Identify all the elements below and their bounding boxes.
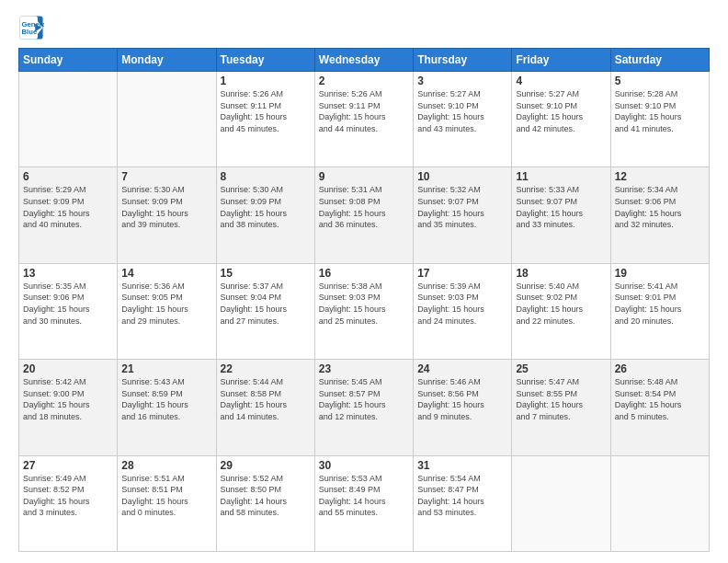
day-number: 26 [615,362,705,375]
day-number: 31 [417,459,507,472]
calendar-cell: 23Sunrise: 5:45 AM Sunset: 8:57 PM Dayli… [314,360,413,455]
calendar-cell: 26Sunrise: 5:48 AM Sunset: 8:54 PM Dayli… [610,360,709,455]
day-info: Sunrise: 5:27 AM Sunset: 9:10 PM Dayligh… [417,88,507,134]
logo: General Blue [18,15,44,40]
calendar-cell: 21Sunrise: 5:43 AM Sunset: 8:59 PM Dayli… [118,360,216,455]
day-number: 18 [516,267,606,280]
weekday-header-tuesday: Tuesday [216,49,314,72]
calendar-cell: 3Sunrise: 5:27 AM Sunset: 9:10 PM Daylig… [414,72,512,167]
day-number: 2 [319,75,409,87]
day-number: 17 [417,267,507,280]
calendar-cell: 30Sunrise: 5:53 AM Sunset: 8:49 PM Dayli… [314,455,413,551]
day-number: 6 [23,170,113,183]
calendar-cell: 16Sunrise: 5:38 AM Sunset: 9:03 PM Dayli… [314,263,413,359]
calendar-table: SundayMondayTuesdayWednesdayThursdayFrid… [18,48,710,552]
day-number: 21 [121,362,211,375]
calendar-cell: 19Sunrise: 5:41 AM Sunset: 9:01 PM Dayli… [610,263,709,359]
day-info: Sunrise: 5:36 AM Sunset: 9:05 PM Dayligh… [121,281,211,327]
calendar-cell: 9Sunrise: 5:31 AM Sunset: 9:08 PM Daylig… [314,167,413,263]
day-number: 23 [319,362,409,375]
weekday-header-friday: Friday [512,49,610,72]
day-number: 11 [516,170,606,183]
calendar-cell [610,455,709,551]
calendar-cell: 5Sunrise: 5:28 AM Sunset: 9:10 PM Daylig… [610,72,709,167]
calendar-cell [19,72,118,167]
day-info: Sunrise: 5:31 AM Sunset: 9:08 PM Dayligh… [319,184,409,230]
day-number: 14 [121,267,211,280]
page: General Blue SundayMondayTuesdayWednesda… [0,0,728,563]
logo-icon: General Blue [18,15,44,40]
day-number: 9 [319,170,409,183]
weekday-header-wednesday: Wednesday [314,49,413,72]
calendar-cell: 11Sunrise: 5:33 AM Sunset: 9:07 PM Dayli… [512,167,610,263]
day-info: Sunrise: 5:54 AM Sunset: 8:47 PM Dayligh… [417,473,507,519]
day-number: 29 [221,459,311,472]
day-info: Sunrise: 5:33 AM Sunset: 9:07 PM Dayligh… [516,184,606,230]
day-info: Sunrise: 5:43 AM Sunset: 8:59 PM Dayligh… [121,376,211,422]
calendar-cell: 28Sunrise: 5:51 AM Sunset: 8:51 PM Dayli… [118,455,216,551]
day-info: Sunrise: 5:35 AM Sunset: 9:06 PM Dayligh… [23,281,113,327]
weekday-header-thursday: Thursday [414,49,512,72]
calendar-cell: 27Sunrise: 5:49 AM Sunset: 8:52 PM Dayli… [19,455,118,551]
weekday-header-saturday: Saturday [610,49,709,72]
day-info: Sunrise: 5:53 AM Sunset: 8:49 PM Dayligh… [319,473,409,519]
calendar-cell: 14Sunrise: 5:36 AM Sunset: 9:05 PM Dayli… [118,263,216,359]
calendar-cell: 7Sunrise: 5:30 AM Sunset: 9:09 PM Daylig… [118,167,216,263]
day-info: Sunrise: 5:30 AM Sunset: 9:09 PM Dayligh… [221,184,311,230]
calendar-cell: 1Sunrise: 5:26 AM Sunset: 9:11 PM Daylig… [216,72,314,167]
day-info: Sunrise: 5:47 AM Sunset: 8:55 PM Dayligh… [516,376,606,422]
day-number: 4 [516,75,606,87]
calendar-cell: 20Sunrise: 5:42 AM Sunset: 9:00 PM Dayli… [19,360,118,455]
calendar-week-row: 1Sunrise: 5:26 AM Sunset: 9:11 PM Daylig… [19,72,710,167]
day-number: 20 [23,362,113,375]
calendar-cell: 22Sunrise: 5:44 AM Sunset: 8:58 PM Dayli… [216,360,314,455]
calendar-cell [512,455,610,551]
day-number: 8 [221,170,311,183]
day-number: 12 [615,170,705,183]
day-number: 27 [23,459,113,472]
calendar-week-row: 27Sunrise: 5:49 AM Sunset: 8:52 PM Dayli… [19,455,710,551]
calendar-cell: 29Sunrise: 5:52 AM Sunset: 8:50 PM Dayli… [216,455,314,551]
day-info: Sunrise: 5:37 AM Sunset: 9:04 PM Dayligh… [221,281,311,327]
day-number: 16 [319,267,409,280]
calendar-cell: 13Sunrise: 5:35 AM Sunset: 9:06 PM Dayli… [19,263,118,359]
header: General Blue [18,15,710,40]
day-info: Sunrise: 5:29 AM Sunset: 9:09 PM Dayligh… [23,184,113,230]
calendar-week-row: 6Sunrise: 5:29 AM Sunset: 9:09 PM Daylig… [19,167,710,263]
day-number: 10 [417,170,507,183]
day-number: 19 [615,267,705,280]
day-number: 22 [221,362,311,375]
day-info: Sunrise: 5:38 AM Sunset: 9:03 PM Dayligh… [319,281,409,327]
day-number: 3 [417,75,507,87]
day-number: 5 [615,75,705,87]
calendar-week-row: 20Sunrise: 5:42 AM Sunset: 9:00 PM Dayli… [19,360,710,455]
calendar-cell: 12Sunrise: 5:34 AM Sunset: 9:06 PM Dayli… [610,167,709,263]
day-info: Sunrise: 5:52 AM Sunset: 8:50 PM Dayligh… [221,473,311,519]
weekday-header-row: SundayMondayTuesdayWednesdayThursdayFrid… [19,49,710,72]
weekday-header-sunday: Sunday [19,49,118,72]
day-info: Sunrise: 5:28 AM Sunset: 9:10 PM Dayligh… [615,88,705,134]
svg-text:General: General [22,20,45,29]
calendar-cell: 4Sunrise: 5:27 AM Sunset: 9:10 PM Daylig… [512,72,610,167]
weekday-header-monday: Monday [118,49,216,72]
day-info: Sunrise: 5:41 AM Sunset: 9:01 PM Dayligh… [615,281,705,327]
day-info: Sunrise: 5:39 AM Sunset: 9:03 PM Dayligh… [417,281,507,327]
day-info: Sunrise: 5:42 AM Sunset: 9:00 PM Dayligh… [23,376,113,422]
calendar-week-row: 13Sunrise: 5:35 AM Sunset: 9:06 PM Dayli… [19,263,710,359]
calendar-cell: 18Sunrise: 5:40 AM Sunset: 9:02 PM Dayli… [512,263,610,359]
day-info: Sunrise: 5:44 AM Sunset: 8:58 PM Dayligh… [221,376,311,422]
calendar-cell: 8Sunrise: 5:30 AM Sunset: 9:09 PM Daylig… [216,167,314,263]
day-info: Sunrise: 5:40 AM Sunset: 9:02 PM Dayligh… [516,281,606,327]
calendar-cell: 17Sunrise: 5:39 AM Sunset: 9:03 PM Dayli… [414,263,512,359]
calendar-cell: 24Sunrise: 5:46 AM Sunset: 8:56 PM Dayli… [414,360,512,455]
day-number: 28 [121,459,211,472]
calendar-cell: 6Sunrise: 5:29 AM Sunset: 9:09 PM Daylig… [19,167,118,263]
calendar-cell [118,72,216,167]
day-number: 25 [516,362,606,375]
day-info: Sunrise: 5:26 AM Sunset: 9:11 PM Dayligh… [221,88,311,134]
calendar-cell: 25Sunrise: 5:47 AM Sunset: 8:55 PM Dayli… [512,360,610,455]
day-info: Sunrise: 5:51 AM Sunset: 8:51 PM Dayligh… [121,473,211,519]
day-info: Sunrise: 5:27 AM Sunset: 9:10 PM Dayligh… [516,88,606,134]
day-number: 13 [23,267,113,280]
day-number: 24 [417,362,507,375]
